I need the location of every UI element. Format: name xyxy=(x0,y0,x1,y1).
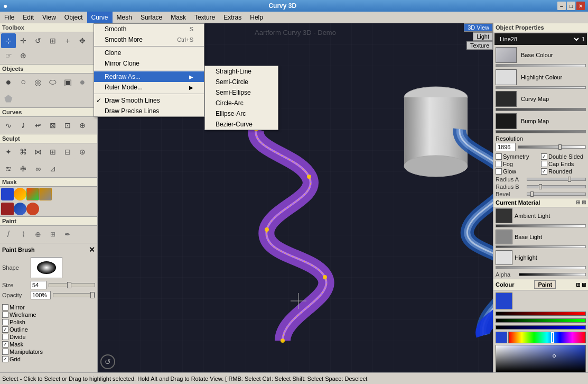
polish-checkbox[interactable] xyxy=(2,319,8,325)
bump-map-slider[interactable] xyxy=(496,130,586,133)
check-rounded[interactable]: Rounded xyxy=(541,168,585,175)
paint-tool3[interactable]: ⊕ xyxy=(31,227,45,242)
check-wireframe[interactable]: Wireframe xyxy=(2,312,50,318)
menu-mirror-clone[interactable]: Mirror Clone xyxy=(94,58,204,69)
opacity-slider[interactable] xyxy=(53,293,95,297)
check-glow[interactable]: Glow xyxy=(496,168,540,175)
outline-checkbox[interactable] xyxy=(2,326,8,333)
green-slider[interactable] xyxy=(496,318,586,323)
obj-sphere3[interactable]: ● xyxy=(75,75,90,89)
colour-square[interactable] xyxy=(496,345,586,372)
symmetry-checkbox[interactable] xyxy=(496,153,502,160)
menu-redraw-as[interactable]: Redraw As... ▶ xyxy=(94,71,204,82)
menu-texture[interactable]: Texture xyxy=(190,12,219,23)
menu-semi-ellipse[interactable]: Semi-Ellipse xyxy=(205,87,278,98)
menu-object[interactable]: Object xyxy=(60,12,87,23)
paint-tool4[interactable]: ⊞ xyxy=(45,227,60,242)
sculpt-tool2[interactable]: ⌘ xyxy=(16,144,31,159)
obj-sphere1[interactable]: ● xyxy=(1,75,16,89)
tool-pan[interactable]: ☞ xyxy=(1,48,16,63)
tool-scale[interactable]: ⊞ xyxy=(45,33,60,48)
double-sided-checkbox[interactable] xyxy=(541,153,547,160)
sculpt-tool9[interactable]: ∞ xyxy=(31,161,45,176)
check-grid[interactable]: Grid xyxy=(2,356,50,362)
mirror-checkbox[interactable] xyxy=(2,304,8,310)
tab-3dview[interactable]: 3D View xyxy=(464,23,493,32)
size-input[interactable]: 54 xyxy=(31,281,46,289)
manipulators-checkbox[interactable] xyxy=(2,349,8,355)
menu-clone[interactable]: Clone xyxy=(94,48,204,58)
sculpt-tool8[interactable]: ✙ xyxy=(16,161,31,176)
obj-cube[interactable]: ▣ xyxy=(60,75,75,89)
check-polish[interactable]: Polish xyxy=(2,319,50,325)
shape-preview[interactable] xyxy=(31,257,62,278)
curve-tool2[interactable]: ⤸ xyxy=(16,118,31,133)
highlight-colour-slider[interactable] xyxy=(496,86,586,89)
paintbrush-close[interactable]: ✕ xyxy=(89,245,95,254)
ambient-light-swatch[interactable] xyxy=(496,208,512,223)
opacity-input[interactable]: 100% xyxy=(31,291,51,299)
menu-draw-smooth[interactable]: ✓ Draw Smooth Lines xyxy=(94,95,204,106)
obj-cylinder[interactable]: ⬭ xyxy=(45,75,60,89)
mask-checkbox[interactable] xyxy=(2,341,8,348)
menu-circle-arc[interactable]: Circle-Arc xyxy=(205,98,278,108)
paint-tool2[interactable]: ⌇ xyxy=(16,227,31,242)
check-outline[interactable]: Outline xyxy=(2,326,50,333)
tab-texture[interactable]: Texture xyxy=(466,41,493,50)
obj-shape1[interactable]: ⬟ xyxy=(1,92,16,106)
curve-tool3[interactable]: ↫ xyxy=(31,118,45,133)
nav-rotate-circle[interactable]: ↺ xyxy=(100,354,115,369)
mask-tool1[interactable] xyxy=(1,188,14,200)
mask-tool4[interactable] xyxy=(39,188,52,200)
base-light-swatch[interactable] xyxy=(496,230,512,244)
menu-smooth[interactable]: Smooth S xyxy=(94,24,204,34)
tab-light[interactable]: Light xyxy=(473,32,493,41)
curvy-map-slider[interactable] xyxy=(496,108,586,111)
paint-tool1[interactable]: / xyxy=(1,227,16,242)
menu-view[interactable]: View xyxy=(38,12,60,23)
resolution-input[interactable] xyxy=(496,143,516,151)
check-divide[interactable]: Divide xyxy=(2,334,50,340)
check-symmetry[interactable]: Symmetry xyxy=(496,153,540,160)
mask-tool7[interactable] xyxy=(26,203,39,215)
curve-tool5[interactable]: ⊡ xyxy=(60,118,75,133)
curve-tool4[interactable]: ⊠ xyxy=(45,118,60,133)
curve-dropdown[interactable]: Smooth S Smooth More Ctrl+S Clone Mirror… xyxy=(94,23,204,117)
alpha-slider[interactable] xyxy=(519,273,586,276)
menu-curve[interactable]: Curve xyxy=(87,12,113,23)
menu-help[interactable]: Help xyxy=(246,12,267,23)
ambient-light-slider[interactable] xyxy=(496,224,586,227)
hue-bar[interactable] xyxy=(508,332,586,343)
menu-bezier-curve[interactable]: Bezier-Curve xyxy=(205,119,278,130)
radius-b-slider[interactable] xyxy=(527,185,586,188)
main-colour-swatch[interactable] xyxy=(496,292,512,309)
menu-mask[interactable]: Mask xyxy=(166,12,190,23)
highlight-swatch[interactable] xyxy=(496,250,512,265)
maximize-button[interactable]: □ xyxy=(567,2,575,10)
curve-tool1[interactable]: ∿ xyxy=(1,118,16,133)
highlight-slider[interactable] xyxy=(496,266,586,269)
menu-file[interactable]: File xyxy=(0,12,18,23)
blue-slider[interactable] xyxy=(496,325,586,330)
sculpt-tool1[interactable]: ✦ xyxy=(1,144,16,159)
menu-edit[interactable]: Edit xyxy=(18,12,38,23)
check-fog[interactable]: Fog xyxy=(496,161,540,167)
bump-map-swatch[interactable] xyxy=(496,113,517,129)
curvy-map-swatch[interactable] xyxy=(496,91,517,107)
line-select[interactable]: Line28 xyxy=(497,34,581,44)
tool-extra2[interactable]: ✥ xyxy=(75,33,90,48)
menu-surface[interactable]: Surface xyxy=(136,12,166,23)
base-light-slider[interactable] xyxy=(496,245,586,249)
swatch-blue[interactable] xyxy=(496,332,507,343)
size-slider[interactable] xyxy=(49,283,95,287)
menu-ellipse-arc[interactable]: Ellipse-Arc xyxy=(205,108,278,119)
tool-move[interactable]: ✛ xyxy=(16,33,31,48)
glow-checkbox[interactable] xyxy=(496,168,502,175)
sculpt-tool7[interactable]: ≋ xyxy=(1,161,16,176)
red-slider[interactable] xyxy=(496,312,586,316)
base-colour-swatch[interactable] xyxy=(496,47,517,63)
sculpt-tool10[interactable]: ⊿ xyxy=(45,161,60,176)
fog-checkbox[interactable] xyxy=(496,161,502,167)
menu-ruler-mode[interactable]: Ruler Mode... ▶ xyxy=(94,82,204,93)
redraw-submenu[interactable]: Straight-Line Semi-Circle Semi-Ellipse C… xyxy=(204,66,278,130)
